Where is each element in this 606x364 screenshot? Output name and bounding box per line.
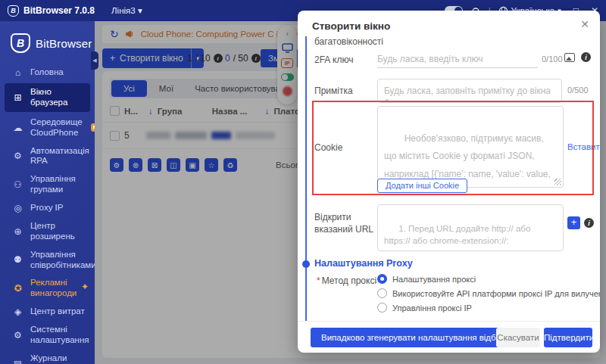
random-fingerprint-button[interactable]: Випадково згенерувати налаштування відби… xyxy=(311,328,526,347)
coin-icon: ✪ xyxy=(12,283,23,294)
create-window-dialog: Створити вікно ✕ багатовіконності 2FA кл… xyxy=(298,11,600,353)
tfa-label: 2FA ключ xyxy=(314,54,353,65)
radio-selected-icon xyxy=(377,274,387,284)
sidebar-item-rpa[interactable]: ⚙Автоматизація RPA xyxy=(0,142,95,171)
radio-proxy-manage[interactable]: Управління проксі IP xyxy=(377,303,472,313)
resize-grip[interactable] xyxy=(554,179,561,185)
open-url-input[interactable]: 1. Перед URL додайте http:// або https:/… xyxy=(377,204,564,251)
section-bullet xyxy=(302,260,310,268)
scan-image-icon[interactable] xyxy=(564,53,575,62)
shield-icon: ◈ xyxy=(12,306,23,317)
dialog-footer: Випадково згенерувати налаштування відби… xyxy=(298,321,600,353)
multiwindow-label: багатовіконності xyxy=(314,36,383,47)
radio-icon xyxy=(377,303,387,313)
radio-icon xyxy=(377,288,387,298)
cookie-label: Cookie xyxy=(314,142,342,153)
group-icon: ⚇ xyxy=(12,179,23,190)
tfa-key-input[interactable]: Будь ласка, введіть ключ xyxy=(377,50,538,68)
sidebar-item-rewards[interactable]: ✪Рекламні винагороди✦ xyxy=(0,274,95,303)
open-url-label: Відкрити вказаний URL xyxy=(314,212,373,235)
dialog-close-icon[interactable]: ✕ xyxy=(580,18,589,30)
confirm-button[interactable]: Підтвердити xyxy=(544,328,592,347)
add-cookie-button[interactable]: Додати інші Cookie xyxy=(377,179,467,193)
radio-proxy-settings[interactable]: Налаштування проксі xyxy=(377,274,476,284)
sidebar-item-cloudphone[interactable]: ☁Середовище CloudPhoneNEW xyxy=(0,114,95,142)
proxy-method-label: *Метод проксі xyxy=(317,275,376,286)
robot-icon: ⚙ xyxy=(12,151,23,161)
sparkle-icon: ✦ xyxy=(81,282,89,292)
new-badge: NEW xyxy=(91,123,95,132)
sidebar-item-costs[interactable]: ◈Центр витрат xyxy=(0,303,95,321)
proxy-section-title: Налаштування Proxy xyxy=(314,258,413,269)
sidebar-collapse-handle[interactable]: ◀ xyxy=(91,51,98,70)
chevron-left-icon: ◀ xyxy=(92,58,96,64)
app-title: BitBrowser 7.0.8 xyxy=(23,5,95,16)
line-selector[interactable]: Лінія3 ▾ xyxy=(111,5,142,16)
add-url-button[interactable]: + xyxy=(567,216,580,229)
note-label: Примітка xyxy=(314,86,353,96)
tfa-counter: 0/100 xyxy=(542,54,563,64)
sidebar: B BitBrowser ⌂Головна ⊞Вікно браузера ☁С… xyxy=(0,21,95,364)
extension-icon: ⊕ xyxy=(12,226,23,237)
browser-grid-icon: ⊞ xyxy=(12,92,23,103)
sidebar-item-settings[interactable]: ⚙Системні налаштування xyxy=(0,321,95,350)
location-pin-icon: ◎ xyxy=(12,203,23,213)
cancel-button[interactable]: Скасувати xyxy=(496,328,540,347)
gear-icon: ⚙ xyxy=(12,330,23,341)
cloud-icon: ☁ xyxy=(12,123,23,133)
journal-icon: ▤ xyxy=(12,359,23,364)
sidebar-item-home[interactable]: ⌂Головна xyxy=(0,64,95,82)
home-icon: ⌂ xyxy=(12,67,23,78)
app-logo-icon: B xyxy=(8,5,19,17)
brand: B BitBrowser xyxy=(0,21,95,64)
radio-proxy-api[interactable]: Використовуйте API платформи проксі IP д… xyxy=(377,288,600,298)
chevron-down-icon: ▾ xyxy=(138,6,142,15)
brand-logo-icon: B xyxy=(11,33,30,53)
info-icon[interactable]: i xyxy=(581,52,591,62)
sidebar-item-extensions[interactable]: ⊕Центр розширень xyxy=(0,217,95,246)
person-icon: ⚉ xyxy=(12,254,23,265)
note-input[interactable]: Будь ласка, заповніть примітку до вікна … xyxy=(377,79,562,103)
sidebar-item-employees[interactable]: ⚉Управління співробітниками xyxy=(0,246,95,275)
info-icon[interactable]: i xyxy=(584,218,594,228)
note-counter: 0/500 xyxy=(567,86,589,95)
sidebar-nav: ⌂Головна ⊞Вікно браузера ☁Середовище Clo… xyxy=(0,64,95,364)
sidebar-item-logs[interactable]: ▤Журнали операцій xyxy=(0,350,95,364)
required-asterisk: * xyxy=(317,275,320,286)
brand-name: BitBrowser xyxy=(36,37,92,50)
cookie-input[interactable]: Необов'язково, підтримує масив, що місти… xyxy=(377,106,564,188)
sidebar-item-browser-window[interactable]: ⊞Вікно браузера xyxy=(5,83,90,112)
sidebar-item-proxy-ip[interactable]: ◎Proxy IP xyxy=(0,199,95,217)
dialog-title: Створити вікно xyxy=(312,20,390,32)
paste-link[interactable]: Вставити xyxy=(567,142,600,151)
sidebar-item-groups[interactable]: ⚇Управління групами xyxy=(0,170,95,199)
section-timeline xyxy=(305,36,307,321)
dialog-body: багатовіконності 2FA ключ Будь ласка, вв… xyxy=(298,36,600,321)
